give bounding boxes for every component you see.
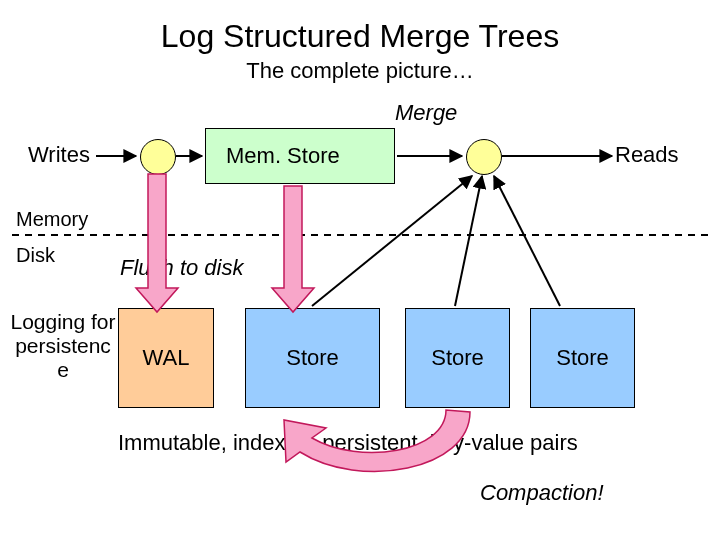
svg-line-7	[494, 176, 560, 306]
reads-label: Reads	[615, 142, 679, 168]
store-box-1: Store	[245, 308, 380, 408]
immutable-label: Immutable, indexed, persistent, key-valu…	[118, 430, 578, 456]
memory-label: Memory	[16, 208, 88, 231]
store-text-2: Store	[431, 345, 484, 371]
arrow-flush-to-disk	[272, 186, 314, 312]
compaction-label: Compaction!	[480, 480, 604, 506]
arrow-write-to-wal	[136, 174, 178, 312]
memstore-box: Mem. Store	[205, 128, 395, 184]
flush-label: Flush to disk	[120, 255, 244, 281]
store-text-3: Store	[556, 345, 609, 371]
svg-line-6	[455, 176, 482, 306]
logging-label: Logging for persistenc e	[8, 310, 118, 382]
wal-text: WAL	[143, 345, 190, 371]
store-box-2: Store	[405, 308, 510, 408]
page-title: Log Structured Merge Trees	[0, 18, 720, 55]
merge-label: Merge	[395, 100, 457, 126]
page-subtitle: The complete picture…	[0, 58, 720, 84]
memstore-text: Mem. Store	[226, 143, 340, 169]
write-junction-circle	[140, 139, 176, 175]
store-text-1: Store	[286, 345, 339, 371]
disk-label: Disk	[16, 244, 55, 267]
wal-box: WAL	[118, 308, 214, 408]
store-box-3: Store	[530, 308, 635, 408]
read-junction-circle	[466, 139, 502, 175]
svg-line-5	[312, 176, 472, 306]
writes-label: Writes	[28, 142, 90, 168]
